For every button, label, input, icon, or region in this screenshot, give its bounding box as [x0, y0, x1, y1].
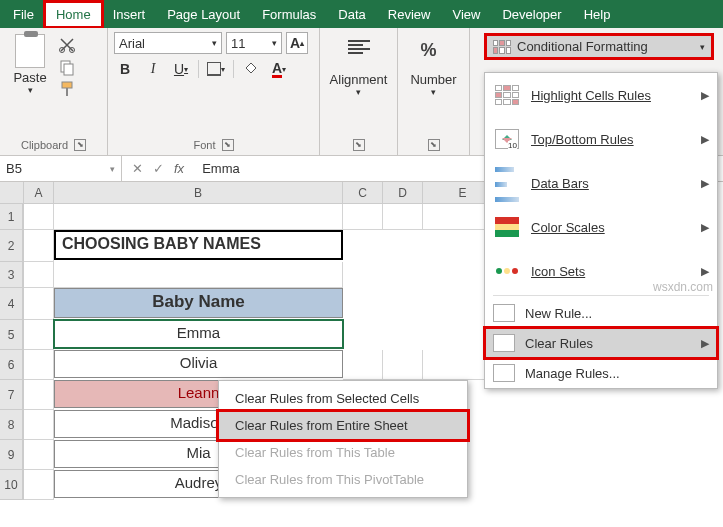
cf-top-bottom[interactable]: Top/Bottom Rules ▶	[485, 117, 717, 161]
font-label: Font	[193, 139, 215, 151]
menu-review[interactable]: Review	[377, 2, 442, 27]
border-button[interactable]: ▾	[205, 58, 227, 80]
column-header-cell[interactable]: Baby Name	[54, 288, 343, 318]
chevron-right-icon: ▶	[701, 177, 709, 190]
font-color-button[interactable]: A▾	[268, 58, 290, 80]
cf-label: Conditional Formatting	[517, 39, 648, 54]
font-size-select[interactable]: 11▾	[226, 32, 282, 54]
row-header[interactable]: 3	[0, 262, 23, 288]
alignment-button[interactable]: Alignment ▾	[326, 32, 391, 97]
group-alignment: Alignment ▾ ⬊	[320, 28, 398, 155]
row-header[interactable]: 5	[0, 320, 23, 350]
chevron-right-icon: ▶	[701, 89, 709, 102]
chevron-right-icon: ▶	[701, 265, 709, 278]
number-button[interactable]: % Number ▾	[404, 32, 463, 97]
title-cell[interactable]: CHOOSING BABY NAMES	[54, 230, 343, 260]
menu-help[interactable]: Help	[573, 2, 622, 27]
col-header-a[interactable]: A	[24, 182, 54, 204]
menu-file[interactable]: File	[2, 2, 45, 27]
clear-selected-cells[interactable]: Clear Rules from Selected Cells	[219, 385, 467, 412]
cf-data-bars[interactable]: Data Bars ▶	[485, 161, 717, 205]
cut-icon[interactable]	[58, 36, 78, 54]
paste-icon	[15, 34, 45, 68]
row-header[interactable]: 7	[0, 380, 23, 410]
paste-label: Paste	[13, 70, 46, 85]
menu-formulas[interactable]: Formulas	[251, 2, 327, 27]
name-box[interactable]: B5▾	[0, 156, 122, 181]
cf-manage-rules[interactable]: Manage Rules...	[485, 358, 717, 388]
clear-entire-sheet[interactable]: Clear Rules from Entire Sheet	[219, 412, 467, 439]
cell-b6[interactable]: Olivia	[54, 350, 343, 378]
fx-icon[interactable]: fx	[174, 161, 184, 176]
alignment-launcher[interactable]: ⬊	[353, 139, 365, 151]
row-header[interactable]: 1	[0, 204, 23, 230]
menu-bar: File Home Insert Page Layout Formulas Da…	[0, 0, 723, 28]
col-header-d[interactable]: D	[383, 182, 423, 204]
conditional-formatting-button[interactable]: Conditional Formatting ▾	[484, 33, 714, 60]
conditional-formatting-icon	[493, 40, 511, 54]
menu-insert[interactable]: Insert	[102, 2, 157, 27]
clipboard-launcher[interactable]: ⬊	[74, 139, 86, 151]
cancel-formula-icon[interactable]: ✕	[132, 161, 143, 176]
svg-rect-4	[62, 82, 72, 88]
bold-button[interactable]: B	[114, 58, 136, 80]
underline-button[interactable]: U▾	[170, 58, 192, 80]
conditional-formatting-menu: Highlight Cells Rules ▶ Top/Bottom Rules…	[484, 72, 718, 389]
cf-highlight-cells[interactable]: Highlight Cells Rules ▶	[485, 73, 717, 117]
menu-view[interactable]: View	[441, 2, 491, 27]
chevron-right-icon: ▶	[701, 133, 709, 146]
col-header-c[interactable]: C	[343, 182, 383, 204]
number-launcher[interactable]: ⬊	[428, 139, 440, 151]
row-header[interactable]: 8	[0, 410, 23, 440]
clear-this-table: Clear Rules from This Table	[219, 439, 467, 466]
row-header[interactable]: 4	[0, 288, 23, 320]
clipboard-label: Clipboard	[21, 139, 68, 151]
menu-home[interactable]: Home	[45, 2, 102, 27]
clear-this-pivot: Clear Rules from This PivotTable	[219, 466, 467, 493]
clear-rules-submenu: Clear Rules from Selected Cells Clear Ru…	[218, 380, 468, 498]
svg-rect-3	[64, 64, 73, 75]
row-header[interactable]: 10	[0, 470, 23, 500]
formula-input[interactable]: Emma	[194, 161, 248, 176]
menu-page-layout[interactable]: Page Layout	[156, 2, 251, 27]
watermark: wsxdn.com	[653, 280, 713, 294]
row-header[interactable]: 2	[0, 230, 23, 262]
fill-color-button[interactable]	[240, 58, 262, 80]
menu-developer[interactable]: Developer	[491, 2, 572, 27]
cf-color-scales[interactable]: Color Scales ▶	[485, 205, 717, 249]
cf-clear-rules[interactable]: Clear Rules ▶	[485, 328, 717, 358]
font-launcher[interactable]: ⬊	[222, 139, 234, 151]
format-painter-icon[interactable]	[58, 80, 78, 98]
svg-rect-5	[66, 88, 68, 96]
accept-formula-icon[interactable]: ✓	[153, 161, 164, 176]
chevron-right-icon: ▶	[701, 221, 709, 234]
font-name-select[interactable]: Arial▾	[114, 32, 222, 54]
row-header[interactable]: 9	[0, 440, 23, 470]
cell-b5[interactable]: Emma	[54, 320, 343, 348]
row-headers: 1 2 3 4 5 6 7 8 9 10	[0, 204, 24, 500]
alignment-icon	[348, 40, 370, 66]
group-number: % Number ▾ ⬊	[398, 28, 470, 155]
col-header-b[interactable]: B	[54, 182, 343, 204]
copy-icon[interactable]	[58, 58, 78, 76]
percent-icon: %	[421, 40, 447, 66]
group-clipboard: Paste ▾ Clipboard⬊	[0, 28, 108, 155]
select-all-corner[interactable]	[0, 182, 24, 204]
cf-new-rule[interactable]: New Rule...	[485, 298, 717, 328]
paste-button[interactable]: Paste ▾	[6, 32, 54, 137]
italic-button[interactable]: I	[142, 58, 164, 80]
row-header[interactable]: 6	[0, 350, 23, 380]
menu-data[interactable]: Data	[327, 2, 376, 27]
group-font: Arial▾ 11▾ A▴ B I U▾ ▾ A▾ Font⬊	[108, 28, 320, 155]
chevron-right-icon: ▶	[701, 337, 709, 350]
increase-font-icon[interactable]: A▴	[286, 32, 308, 54]
